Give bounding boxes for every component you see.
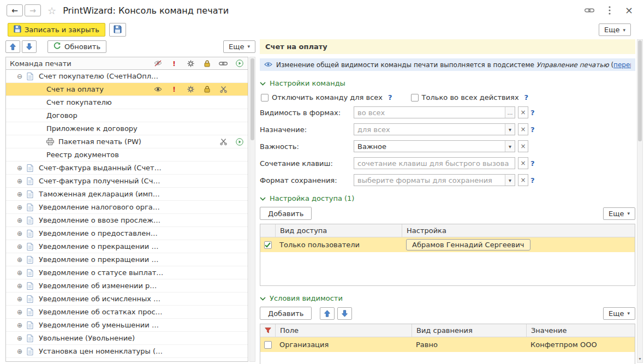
choose-button[interactable]: … <box>505 107 515 118</box>
help-link[interactable]: ? <box>524 93 529 102</box>
vertical-scrollbar[interactable]: ▾ <box>637 39 643 363</box>
more-menu-icon[interactable] <box>609 6 611 15</box>
field-input[interactable]: Важное▾ <box>354 140 515 152</box>
link-icon[interactable] <box>215 57 231 69</box>
tree-row[interactable]: Реестр документов <box>6 148 248 162</box>
help-link[interactable]: ? <box>530 176 535 184</box>
tree-row[interactable]: ⊕Уведомление о прекращении … <box>6 240 248 253</box>
eye-off-icon[interactable] <box>150 57 166 69</box>
tree-row[interactable]: Пакетная печать (PW) <box>6 135 248 148</box>
user-chip[interactable]: Абрамов Геннадий Сергеевич <box>406 239 530 250</box>
condition-compare-cell[interactable]: Равно <box>412 337 526 352</box>
tree-row[interactable]: Счет на оплату! <box>6 83 248 96</box>
access-table-row[interactable]: Только пользователи Абрамов Геннадий Сер… <box>260 237 635 252</box>
field-input[interactable]: для всех▾ <box>354 123 515 135</box>
clear-button[interactable]: × <box>518 106 528 118</box>
tree-row[interactable]: ⊕Уведомление о прекращении … <box>6 253 248 266</box>
clear-button[interactable]: × <box>518 123 528 135</box>
row-checkbox[interactable] <box>264 241 272 249</box>
tree-row[interactable]: ⊕Уведомление об исчисленных … <box>6 293 248 306</box>
conditions-value-column-header[interactable]: Значение <box>526 324 635 337</box>
tree-expander-icon[interactable]: ⊕ <box>17 243 27 250</box>
tree-expander-icon[interactable]: ⊖ <box>17 73 27 80</box>
tree-expander-icon[interactable]: ⊕ <box>17 217 27 224</box>
help-link[interactable]: ? <box>388 93 392 102</box>
conditions-add-button[interactable]: Добавить <box>260 307 312 320</box>
access-kind-column-header[interactable]: Вид доступа <box>275 224 402 237</box>
tree-row[interactable]: ⊕Счет-фактура полученный (Сч… <box>6 175 248 188</box>
tree-expander-icon[interactable]: ⊕ <box>17 177 27 185</box>
alert-icon[interactable]: ! <box>166 57 182 69</box>
tree-row[interactable]: Приложение к договору <box>6 122 248 135</box>
conditions-table-row[interactable]: Организация Равно Конфетпром ООО <box>260 337 635 352</box>
access-kind-cell[interactable]: Только пользователи <box>275 237 402 252</box>
section-command-settings[interactable]: Настройки команды <box>260 79 635 87</box>
tree-row[interactable]: ⊕Уведомление об остатках прос… <box>6 306 248 319</box>
help-link[interactable]: ? <box>530 159 535 168</box>
tree-expander-icon[interactable]: ⊕ <box>17 308 27 316</box>
dropdown-button[interactable]: ▾ <box>505 141 515 152</box>
help-link[interactable]: ? <box>530 109 535 117</box>
move-down-button[interactable] <box>22 40 37 53</box>
tree-row[interactable]: ⊕Увольнение (Увольнение) <box>6 332 248 345</box>
tree-expander-icon[interactable]: ⊕ <box>17 190 27 198</box>
refresh-button[interactable]: Обновить <box>47 40 106 53</box>
tree-row[interactable]: ⊖Счет покупателю (СчетНаОпл… <box>6 70 248 83</box>
tree-expander-icon[interactable]: ⊕ <box>17 335 27 342</box>
help-link[interactable]: ? <box>530 126 535 134</box>
checkbox[interactable] <box>411 94 419 102</box>
tree-expander-icon[interactable]: ⊕ <box>17 164 27 172</box>
checkbox-label[interactable]: Отключить команду для всех <box>272 93 383 102</box>
tree-row[interactable]: ⊕Счет-фактура выданный (Счет… <box>6 162 248 175</box>
tree-row[interactable]: ⊕Уведомление об уменьшении … <box>6 319 248 332</box>
field-input[interactable]: во всех… <box>354 106 515 118</box>
access-setting-cell[interactable]: Абрамов Геннадий Сергеевич <box>402 237 635 252</box>
condition-field-cell[interactable]: Организация <box>275 337 412 352</box>
tree-scrollbar[interactable] <box>249 57 255 362</box>
section-visibility-conditions[interactable]: Условия видимости <box>260 294 635 302</box>
move-up-button[interactable] <box>5 40 20 53</box>
tree-expander-icon[interactable]: ⊕ <box>17 269 27 277</box>
save-and-close-button[interactable]: Записать и закрыть <box>8 23 105 37</box>
tree-expander-icon[interactable]: ⊕ <box>17 282 27 290</box>
conditions-more-button[interactable]: Еще▾ <box>603 307 635 320</box>
conditions-field-column-header[interactable]: Поле <box>275 324 412 337</box>
vertical-scrollbar-thumb[interactable] <box>638 40 642 141</box>
tree-row[interactable]: ⊕Уведомление о статусе выплат… <box>6 266 248 279</box>
conditions-compare-column-header[interactable]: Вид сравнения <box>412 324 526 337</box>
play-circle-icon[interactable] <box>231 57 248 69</box>
tree-expander-icon[interactable]: ⊕ <box>17 321 27 329</box>
condition-value-cell[interactable]: Конфетпром ООО <box>526 337 635 352</box>
save-button[interactable] <box>109 23 126 37</box>
access-setting-column-header[interactable]: Настройка <box>402 224 635 237</box>
favorite-star-icon[interactable]: ☆ <box>47 5 56 16</box>
conditions-move-down-button[interactable] <box>337 307 352 320</box>
row-checkbox[interactable] <box>264 341 272 349</box>
tree-row[interactable]: ⊕Уведомление о предоставлен… <box>6 227 248 240</box>
tree-expander-icon[interactable]: ⊕ <box>17 348 27 355</box>
access-more-button[interactable]: Еще▾ <box>603 207 635 220</box>
scrollbar-down-arrow[interactable]: ▾ <box>637 355 642 362</box>
tree-expander-icon[interactable]: ⊕ <box>17 230 27 237</box>
field-input[interactable]: сочетание клавиш для быстрого вызова <box>354 157 515 169</box>
tree-row[interactable]: Договор <box>6 109 248 122</box>
conditions-move-up-button[interactable] <box>320 307 335 320</box>
field-input[interactable]: выберите форматы для сохранения▾ <box>354 174 515 186</box>
tree-expander-icon[interactable]: ⊕ <box>17 256 27 264</box>
clear-button[interactable]: × <box>518 174 528 186</box>
tree-expander-icon[interactable]: ⊕ <box>17 295 27 303</box>
access-add-button[interactable]: Добавить <box>260 207 312 220</box>
tree-scrollbar-thumb[interactable] <box>251 58 254 140</box>
checkbox-label[interactable]: Только во всех действиях <box>422 93 519 102</box>
lock-icon[interactable] <box>199 57 215 69</box>
tree-row[interactable]: ⊕Установка цен номенклатуры (… <box>6 345 248 358</box>
dropdown-button[interactable]: ▾ <box>505 175 515 186</box>
tree-row[interactable]: ⊕Уведомление о ввозе прослеж… <box>6 214 248 227</box>
forward-button[interactable]: → <box>25 4 41 16</box>
get-link-icon[interactable] <box>585 8 594 13</box>
go-to-subsystem-link[interactable]: перейти <box>613 61 631 69</box>
form-more-button[interactable]: Еще▾ <box>599 23 631 36</box>
tree-row[interactable]: ⊕Таможенная декларация (имп… <box>6 188 248 201</box>
tree-more-button[interactable]: Еще▾ <box>223 40 255 53</box>
tree-expander-icon[interactable]: ⊕ <box>17 204 27 211</box>
